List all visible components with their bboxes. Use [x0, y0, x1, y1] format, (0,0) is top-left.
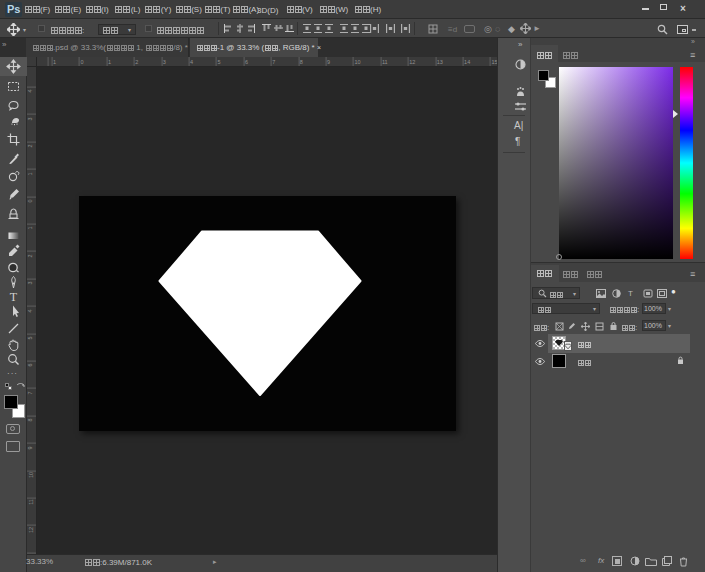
svg-text:T: T	[10, 290, 18, 304]
